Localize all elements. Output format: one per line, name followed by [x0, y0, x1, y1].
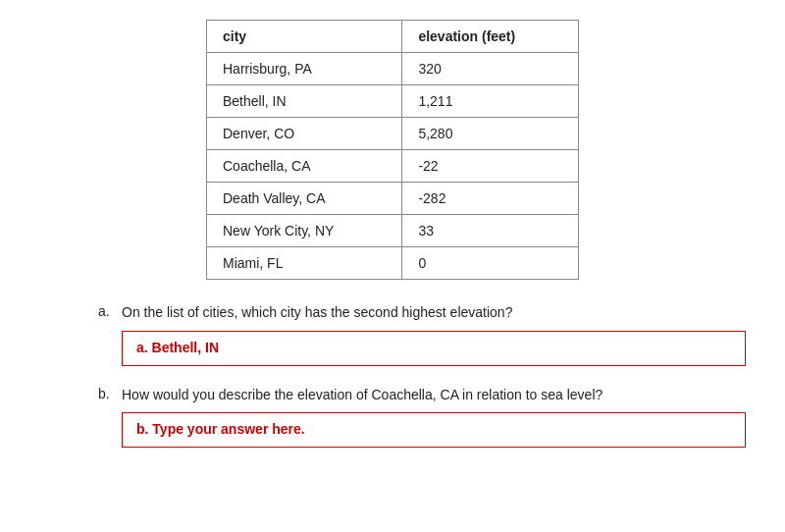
elevation-cell: -282	[402, 183, 579, 215]
question-label-1: b.	[98, 386, 122, 401]
city-cell: Bethell, IN	[207, 85, 402, 118]
data-table-container: city elevation (feet) Harrisburg, PA 320…	[39, 20, 746, 280]
col-elevation-header: elevation (feet)	[402, 21, 579, 53]
table-row: Bethell, IN 1,211	[207, 85, 579, 118]
table-row: New York City, NY 33	[207, 215, 579, 247]
elevation-table: city elevation (feet) Harrisburg, PA 320…	[206, 20, 579, 280]
question-label-0: a.	[98, 303, 122, 319]
city-cell: Harrisburg, PA	[207, 53, 402, 85]
table-row: Denver, CO 5,280	[207, 118, 579, 150]
answer-box-1[interactable]: b. Type your answer here.	[122, 412, 746, 448]
question-text-1: How would you describe the elevation of …	[122, 386, 602, 405]
question-row-0: a. On the list of cities, which city has…	[98, 303, 746, 323]
table-row: Harrisburg, PA 320	[207, 53, 579, 85]
question-text-0: On the list of cities, which city has th…	[122, 303, 512, 323]
table-row: Miami, FL 0	[207, 247, 579, 280]
col-city-header: city	[207, 21, 402, 53]
city-cell: Coachella, CA	[207, 150, 402, 183]
table-row: Coachella, CA -22	[207, 150, 579, 183]
elevation-cell: 1,211	[402, 85, 579, 118]
question-row-1: b. How would you describe the elevation …	[98, 386, 746, 405]
question-block-1: b. How would you describe the elevation …	[98, 386, 746, 449]
table-row: Death Valley, CA -282	[207, 183, 579, 215]
elevation-cell: 33	[402, 215, 579, 247]
elevation-cell: 5,280	[402, 118, 579, 150]
question-block-0: a. On the list of cities, which city has…	[98, 303, 746, 366]
city-cell: Denver, CO	[207, 118, 402, 150]
questions-section: a. On the list of cities, which city has…	[98, 303, 746, 448]
city-cell: Death Valley, CA	[207, 183, 402, 215]
city-cell: New York City, NY	[207, 215, 402, 247]
elevation-cell: 0	[402, 247, 579, 280]
city-cell: Miami, FL	[207, 247, 402, 280]
answer-box-0[interactable]: a. Bethell, IN	[122, 331, 746, 366]
elevation-cell: 320	[402, 53, 579, 85]
elevation-cell: -22	[402, 150, 579, 183]
